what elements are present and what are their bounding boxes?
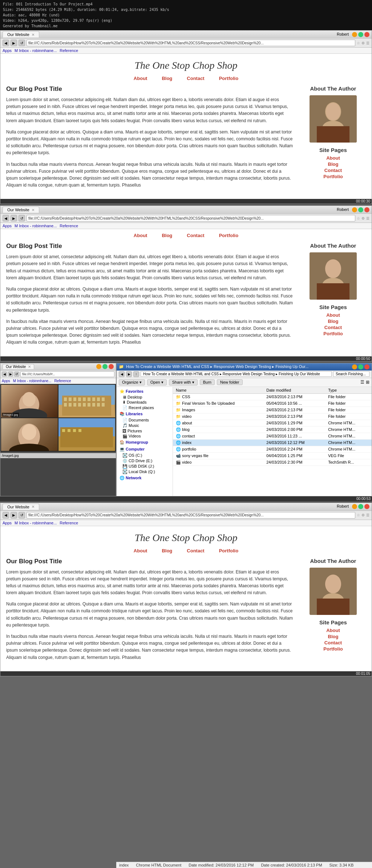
minimize-btn-2[interactable] <box>352 207 357 212</box>
details-view-btn[interactable]: ☰ <box>360 380 364 385</box>
tree-q-drive[interactable]: 💽 Local Disk (Q:) <box>117 469 173 475</box>
nav-contact-4[interactable]: Contact <box>187 548 204 553</box>
file-row-final[interactable]: 📁 Final Version To Be Uploaded 05/04/201… <box>173 400 372 407</box>
tree-c-drive[interactable]: 💽 OS (C:) <box>117 453 173 458</box>
maximize-btn-explorer[interactable] <box>358 364 363 369</box>
col-name[interactable]: Name <box>173 387 263 394</box>
menu-icon-2[interactable]: ☰ <box>366 216 369 220</box>
browser-tab-1[interactable]: Our Website ✕ <box>3 31 39 37</box>
settings-icon-1[interactable]: ⚙ <box>361 41 365 45</box>
bookmark-star-4[interactable]: ☆ <box>357 513 360 517</box>
explorer-path[interactable]: How To Create a Website With HTML and CS… <box>141 371 332 377</box>
nav-about-1[interactable]: About <box>134 76 147 81</box>
address-bar-1[interactable] <box>27 40 355 46</box>
organize-btn[interactable]: Organize ▾ <box>119 379 145 385</box>
close-btn-explorer[interactable] <box>364 364 369 369</box>
maximize-btn-4[interactable] <box>358 504 363 509</box>
inbox-bookmark-2[interactable]: M Inbox - robinmhane... <box>15 224 57 228</box>
minimize-btn-explorer[interactable] <box>352 364 357 369</box>
maximize-btn-2[interactable] <box>358 207 363 212</box>
address-bar-3left[interactable] <box>20 371 114 377</box>
tree-recent[interactable]: 📄 Recent places <box>117 405 173 411</box>
tree-desktop[interactable]: 🖥 Desktop <box>117 395 173 400</box>
sidebar-contact-4[interactable]: Contact <box>300 640 366 645</box>
bookmark-star-2[interactable]: ☆ <box>357 216 360 220</box>
file-row-contact[interactable]: 🌐 contact 24/03/2016 11:23 ... Chrome HT… <box>173 433 372 439</box>
minimize-btn-1[interactable] <box>352 32 357 37</box>
file-row-video-folder[interactable]: 📁 video 24/03/2016 2:13 PM File folder <box>173 413 372 420</box>
libraries-header[interactable]: 📚 Libraries <box>117 411 173 417</box>
homegroup-header[interactable]: 🏠 Homegroup <box>117 439 173 446</box>
close-btn-2[interactable] <box>364 207 369 212</box>
address-bar-4[interactable] <box>27 512 355 519</box>
sidebar-about-1[interactable]: About <box>300 155 366 161</box>
browser-tab-2[interactable]: Our Website ✕ <box>3 207 39 213</box>
address-bar-2[interactable] <box>27 215 355 221</box>
back-btn-2[interactable]: ◀ <box>3 215 9 221</box>
file-row-index[interactable]: 🌐 index 24/03/2016 12:12 PM Chrome HTM..… <box>173 439 372 446</box>
tiles-view-btn[interactable]: ⊞ <box>366 380 369 385</box>
apps-bm-3l[interactable]: Apps <box>2 379 10 383</box>
back-btn-1[interactable]: ◀ <box>3 40 9 46</box>
browser-tab-4[interactable]: Our Website ✕ <box>3 504 39 510</box>
tab-close-1[interactable]: ✕ <box>32 33 35 37</box>
sidebar-portfolio-2[interactable]: Portfolio <box>300 331 366 336</box>
network-header[interactable]: 🌐 Network <box>117 475 173 481</box>
nav-portfolio-2[interactable]: Portfolio <box>219 233 238 238</box>
file-row-about[interactable]: 🌐 about 24/03/2016 1:29 PM Chrome HTM... <box>173 420 372 426</box>
reference-bookmark-4[interactable]: Reference <box>60 521 78 525</box>
nav-portfolio-1[interactable]: Portfolio <box>219 76 238 81</box>
sidebar-about-4[interactable]: About <box>300 628 366 633</box>
nav-about-4[interactable]: About <box>134 548 147 553</box>
refresh-btn-4[interactable]: ↺ <box>19 512 25 519</box>
file-row-video[interactable]: 🎬 video 24/03/2016 2:30 PM TechSmith R..… <box>173 459 372 465</box>
forward-btn-4[interactable]: ▶ <box>11 512 17 519</box>
nav-contact-1[interactable]: Contact <box>187 76 204 81</box>
inbox-bookmark[interactable]: M Inbox - robinmhane... <box>15 48 57 53</box>
tab-close-2[interactable]: ✕ <box>32 208 35 212</box>
maximize-btn-3left[interactable] <box>102 364 108 369</box>
tab-close-4[interactable]: ✕ <box>32 505 35 509</box>
exp-up[interactable]: ↑ <box>133 371 139 377</box>
inbox-bm-3l[interactable]: M Inbox - robinmhane... <box>13 379 52 383</box>
refresh-btn-2[interactable]: ↺ <box>19 215 25 221</box>
file-row-images[interactable]: 📁 Images 24/03/2016 2:13 PM File folder <box>173 407 372 413</box>
forward-btn-3left[interactable]: ▶ <box>8 372 13 377</box>
file-row-sony[interactable]: 📹 sony vegas file 04/04/2016 1:25 PM VEG… <box>173 452 372 459</box>
nav-contact-2[interactable]: Contact <box>187 233 204 238</box>
tree-music[interactable]: 🎵 Music <box>117 423 173 428</box>
burn-btn[interactable]: Burn <box>200 379 215 385</box>
tree-downloads[interactable]: ⬇ Downloads <box>117 400 173 405</box>
sidebar-blog-1[interactable]: Blog <box>300 161 366 167</box>
refresh-btn-3left[interactable]: ↺ <box>14 372 19 377</box>
tree-videos[interactable]: 🎬 Videos <box>117 433 173 439</box>
file-row-blog[interactable]: 🌐 blog 24/03/2016 2:00 PM Chrome HTM... <box>173 426 372 433</box>
tree-usb[interactable]: 💾 USB DISK (J:) <box>117 464 173 469</box>
settings-icon-2[interactable]: ⚙ <box>361 216 365 220</box>
nav-portfolio-4[interactable]: Portfolio <box>219 548 238 553</box>
close-btn-4[interactable] <box>364 504 369 509</box>
apps-bookmark-2[interactable]: Apps <box>3 224 12 228</box>
minimize-btn-4[interactable] <box>352 504 357 509</box>
inbox-bookmark-4[interactable]: M Inbox - robinmhane... <box>15 521 57 525</box>
exp-forward[interactable]: ▶ <box>126 371 132 377</box>
bookmark-star-1[interactable]: ☆ <box>357 41 360 45</box>
menu-icon-1[interactable]: ☰ <box>366 41 369 45</box>
file-row-css[interactable]: 📁 CSS 24/03/2016 2:13 PM File folder <box>173 393 372 400</box>
sidebar-about-2[interactable]: About <box>300 312 366 318</box>
nav-about-2[interactable]: About <box>134 233 147 238</box>
minimize-btn-3left[interactable] <box>96 364 101 369</box>
apps-bookmark[interactable]: Apps <box>3 48 12 53</box>
tree-pictures[interactable]: 🖼 Pictures <box>117 428 173 433</box>
sidebar-portfolio-1[interactable]: Portfolio <box>300 174 366 179</box>
settings-icon-4[interactable]: ⚙ <box>361 513 365 517</box>
file-row-portfolio[interactable]: 🌐 portfolio 24/03/2016 2:24 PM Chrome HT… <box>173 446 372 452</box>
col-date[interactable]: Date modified <box>263 387 325 394</box>
reference-bookmark-2[interactable]: Reference <box>60 224 78 228</box>
ref-bm-3l[interactable]: Reference <box>54 379 71 383</box>
refresh-btn-1[interactable]: ↺ <box>19 40 25 46</box>
tree-cd-drive[interactable]: 💿 CD Drive (E:) <box>117 458 173 464</box>
sidebar-contact-2[interactable]: Contact <box>300 325 366 330</box>
maximize-btn-1[interactable] <box>358 32 363 37</box>
browser-tab-3left[interactable]: Our Website ✕ <box>3 364 34 369</box>
